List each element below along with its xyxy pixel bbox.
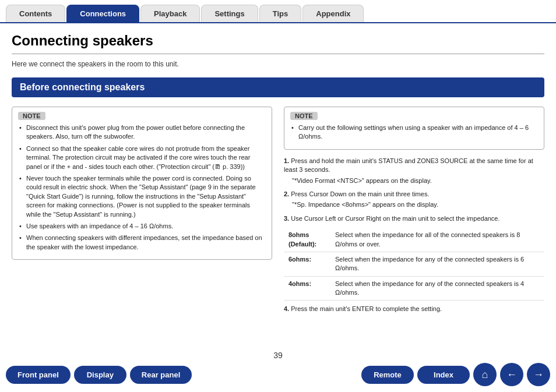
page-title: Connecting speakers	[12, 33, 544, 54]
home-button[interactable]: ⌂	[473, 363, 497, 386]
right-column: NOTE Carry out the following settings wh…	[284, 107, 544, 312]
tab-tips[interactable]: Tips	[259, 5, 302, 22]
right-note-intro-list: Carry out the following settings when us…	[290, 123, 538, 142]
list-item: Carry out the following settings when us…	[290, 123, 538, 142]
left-column: NOTE Disconnect this unit's power plug f…	[12, 107, 272, 312]
step-3: 3. Use Cursor Left or Cursor Right on th…	[284, 214, 544, 223]
left-note-list: Disconnect this unit's power plug from t…	[18, 123, 266, 252]
bottom-nav-left: Front panel Display Rear panel	[6, 366, 192, 384]
step-num-2: 2.	[284, 190, 289, 197]
list-item: Disconnect this unit's power plug from t…	[18, 123, 266, 142]
bottom-nav-right: Remote Index ⌂ ← →	[361, 363, 550, 386]
impedance-table: 8ohms(Default): Select when the impedanc…	[284, 228, 544, 301]
step-sub-2: "*Sp. Impedance <8ohms>" appears on the …	[292, 200, 544, 209]
page-content: Connecting speakers Here we connect the …	[0, 23, 556, 359]
step-text-1: Press and hold the main unit's STATUS an…	[284, 157, 533, 173]
step-text-4: Press the main unit's ENTER to complete …	[291, 305, 442, 312]
display-button[interactable]: Display	[74, 366, 126, 384]
right-note-box: NOTE Carry out the following settings wh…	[284, 107, 544, 150]
step-text-2: Press Cursor Down on the main unit three…	[291, 190, 429, 197]
step-2: 2. Press Cursor Down on the main unit th…	[284, 190, 544, 210]
tab-appendix[interactable]: Appendix	[302, 5, 364, 22]
step-num-1: 1.	[284, 157, 289, 164]
steps-list: 1. Press and hold the main unit's STATUS…	[284, 157, 544, 223]
list-item: Connect so that the speaker cable core w…	[18, 144, 266, 171]
list-item: Use speakers with an impedance of 4 – 16…	[18, 222, 266, 231]
table-cell-desc-1: Select when the impedance for any of the…	[330, 252, 544, 276]
page-number: 39	[273, 351, 283, 360]
table-cell-desc-2: Select when the impedance for any of the…	[330, 276, 544, 301]
table-cell-setting-0: 8ohms(Default):	[284, 228, 330, 252]
tab-settings[interactable]: Settings	[201, 5, 258, 22]
index-button[interactable]: Index	[417, 366, 470, 384]
left-note-label: NOTE	[18, 112, 45, 120]
back-button[interactable]: ←	[500, 363, 523, 386]
list-item: When connecting speakers with different …	[18, 234, 266, 252]
rear-panel-button[interactable]: Rear panel	[130, 366, 192, 384]
forward-button[interactable]: →	[527, 363, 550, 386]
tab-playback[interactable]: Playback	[140, 5, 200, 22]
step-1: 1. Press and hold the main unit's STATUS…	[284, 157, 544, 185]
page-subtitle: Here we connect the speakers in the room…	[12, 60, 544, 68]
table-cell-setting-1: 6ohms:	[284, 252, 330, 276]
left-note-box: NOTE Disconnect this unit's power plug f…	[12, 107, 272, 260]
table-row: 4ohms: Select when the impedance for any…	[284, 276, 544, 301]
tab-contents[interactable]: Contents	[6, 5, 65, 22]
section-header: Before connecting speakers	[12, 77, 544, 97]
step-text-3: Use Cursor Left or Cursor Right on the m…	[291, 215, 499, 222]
step-4: 4. Press the main unit's ENTER to comple…	[284, 305, 544, 312]
front-panel-button[interactable]: Front panel	[6, 366, 71, 384]
bottom-nav: Front panel Display Rear panel Remote In…	[0, 363, 556, 386]
table-cell-setting-2: 4ohms:	[284, 276, 330, 301]
two-column-layout: NOTE Disconnect this unit's power plug f…	[12, 107, 544, 312]
nav-tabs: Contents Connections Playback Settings T…	[0, 0, 556, 23]
tab-connections[interactable]: Connections	[66, 5, 139, 22]
step-num-4: 4.	[284, 305, 289, 312]
table-row: 8ohms(Default): Select when the impedanc…	[284, 228, 544, 252]
list-item: Never touch the speaker terminals while …	[18, 174, 266, 219]
table-row: 6ohms: Select when the impedance for any…	[284, 252, 544, 276]
step-num-3: 3.	[284, 215, 289, 222]
table-cell-desc-0: Select when the impedance for all of the…	[330, 228, 544, 252]
right-note-label: NOTE	[290, 112, 318, 120]
remote-button[interactable]: Remote	[361, 366, 414, 384]
step-sub-1: "*Video Format <NTSC>" appears on the di…	[292, 176, 544, 185]
